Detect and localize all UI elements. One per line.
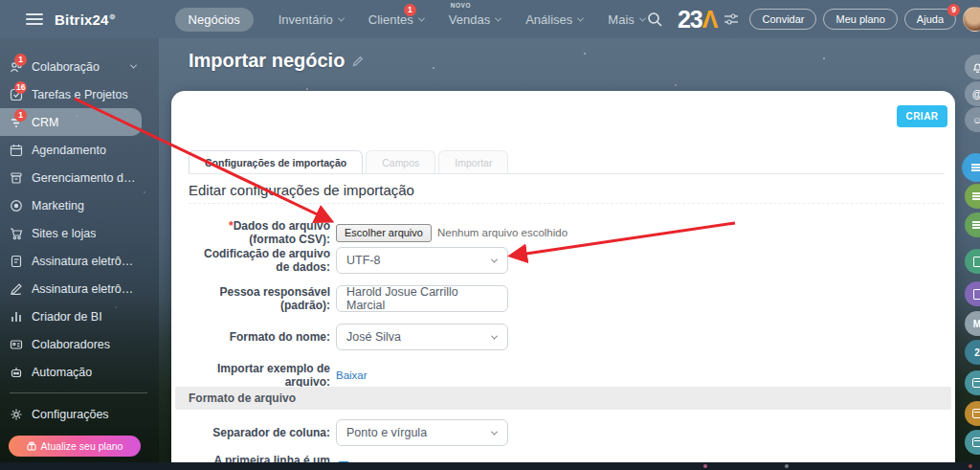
- chevron-down-icon: [130, 62, 137, 69]
- sidebar-item-assinatura-p[interactable]: Assinatura eletrônica p...: [0, 247, 159, 275]
- marketing-target-icon: [10, 199, 23, 213]
- document-sign-icon: [10, 255, 23, 268]
- sidebar-item-agendamento[interactable]: Agendamento: [0, 136, 159, 164]
- separator-label: Separador de coluna:: [189, 426, 330, 439]
- nameformat-select[interactable]: José Silva: [336, 324, 508, 350]
- form-row-responsible: Pessoa responsável (padrão): Harold Josu…: [189, 285, 508, 312]
- nav-analises[interactable]: Análises: [525, 12, 583, 27]
- sidebar: Colaboração 1 Tarefas e Projetos 16 CRM …: [0, 38, 159, 470]
- clientes-badge: 1: [404, 4, 416, 16]
- contact-circle-3[interactable]: [965, 249, 980, 274]
- tab-campos[interactable]: Campos: [366, 150, 435, 174]
- nav-vendas[interactable]: NOVOVendas: [449, 12, 501, 27]
- chevron-down-icon: [491, 332, 498, 339]
- calendar-glyph: [972, 409, 980, 418]
- file-label: *Dados do arquivo (formato CSV):: [189, 219, 330, 246]
- chevron-down-icon: [491, 428, 498, 435]
- chat-lines-glyph: [971, 164, 980, 171]
- responsible-label: Pessoa responsável (padrão):: [189, 285, 330, 312]
- gift-icon: [27, 441, 36, 451]
- brand-logo[interactable]: Bitrix24⊚: [55, 11, 116, 28]
- sidebar-item-tarefas[interactable]: Tarefas e Projetos 16: [0, 80, 159, 108]
- chat-icon[interactable]: [962, 153, 980, 182]
- file-hint: Nenhum arquivo escolhido: [437, 227, 568, 238]
- sidebar-item-configuracoes[interactable]: Configurações: [0, 400, 159, 428]
- chevron-down-icon: [639, 14, 646, 21]
- nav-negocios[interactable]: Negócios: [175, 8, 254, 32]
- sidebar-item-colaboracao[interactable]: Colaboração 1: [0, 53, 159, 80]
- sidebar-item-marketing[interactable]: Marketing: [0, 191, 159, 219]
- tabs-underline: [189, 173, 945, 174]
- colaboracao-badge: 1: [14, 54, 27, 66]
- contact-circle-cal1[interactable]: [965, 370, 980, 395]
- sidebar-item-sites-lojas[interactable]: Sites e lojas: [0, 219, 159, 247]
- sidebar-item-gerenciamento[interactable]: Gerenciamento do inve...: [0, 164, 159, 191]
- taskbar-dot: [703, 464, 707, 468]
- sidebar-divider: [10, 392, 147, 393]
- nameformat-label: Formato do nome:: [189, 330, 330, 344]
- crm-badge: 1: [14, 109, 27, 122]
- pen-icon: [10, 282, 23, 296]
- search-icon[interactable]: [647, 11, 662, 27]
- main-nav: Negócios Inventário Clientes1 NOVOVendas…: [175, 8, 645, 32]
- tab-importar[interactable]: Importar: [438, 150, 508, 174]
- doc-glyph: [973, 289, 980, 300]
- ajuda-button[interactable]: Ajuda9: [904, 9, 956, 30]
- nav-mais[interactable]: Mais: [608, 12, 644, 27]
- bi-chart-icon: [10, 310, 23, 324]
- chevron-down-icon: [577, 14, 584, 21]
- clock-logo: 23Λ: [678, 6, 718, 34]
- meu-plano-button[interactable]: Meu plano: [823, 9, 897, 30]
- form-row-nameformat: Formato do nome: José Silva: [189, 324, 508, 350]
- contact-circle-1[interactable]: [965, 184, 980, 209]
- convidar-button[interactable]: Convidar: [749, 9, 816, 30]
- calendar-icon: [10, 144, 23, 157]
- sidebar-item-criador-bi[interactable]: Criador de BI: [0, 302, 159, 330]
- helpdesk-icon[interactable]: @: [965, 81, 980, 106]
- contact-circle-2n[interactable]: 2: [965, 340, 980, 365]
- tarefas-badge: 16: [14, 81, 27, 94]
- nav-inventario[interactable]: Inventário: [278, 12, 344, 27]
- contact-circle-m[interactable]: M: [965, 311, 980, 336]
- page-title: Importar negócio: [189, 50, 364, 72]
- section-formato-arquivo: Formato de arquivo: [175, 387, 951, 410]
- heading-divider: [189, 203, 945, 204]
- baixar-link[interactable]: Baixar: [336, 369, 368, 381]
- card-heading: Editar configurações de importação: [189, 182, 414, 198]
- contact-circle-4[interactable]: [965, 281, 980, 306]
- encoding-select[interactable]: UTF-8: [336, 247, 508, 274]
- sidebar-item-automacao[interactable]: Automação: [0, 358, 159, 386]
- choose-file-button[interactable]: Escolher arquivo: [336, 224, 432, 242]
- topbar-right: 23Λ Convidar Meu plano Ajuda9: [647, 0, 980, 38]
- chevron-down-icon: [338, 14, 345, 21]
- id-card-icon: [10, 338, 23, 351]
- nav-clientes[interactable]: Clientes1: [368, 12, 424, 27]
- contact-circle-2[interactable]: [965, 213, 980, 237]
- sample-label: Importar exemplo de arquivo:: [189, 362, 330, 389]
- hamburger-menu-icon[interactable]: [26, 13, 43, 25]
- responsible-input[interactable]: Harold Josue Carrillo Marcial: [336, 285, 508, 312]
- taskbar-dot: [969, 464, 972, 468]
- inventory-box-icon: [10, 171, 23, 185]
- sidebar-item-colaboradores[interactable]: Colaboradores: [0, 330, 159, 358]
- chevron-down-icon: [418, 14, 425, 21]
- edit-pencil-icon[interactable]: [352, 56, 364, 67]
- tabs: Configurações de importação Campos Impor…: [189, 150, 511, 174]
- feedback-smiley-icon[interactable]: ☺: [965, 107, 980, 132]
- sidebar-item-assinatura[interactable]: Assinatura eletrônica: [0, 275, 159, 302]
- tab-configuracoes-importacao[interactable]: Configurações de importação: [189, 150, 363, 174]
- user-avatar[interactable]: [963, 7, 980, 32]
- upgrade-plan-button[interactable]: Atualize seu plano: [9, 436, 141, 457]
- separator-select[interactable]: Ponto e vírgula: [336, 419, 508, 446]
- doc-glyph: [973, 257, 980, 267]
- calendar-glyph: [972, 378, 980, 388]
- criar-button[interactable]: CRIAR: [897, 105, 947, 127]
- cart-icon: [10, 227, 23, 240]
- sliders-icon[interactable]: [724, 13, 738, 25]
- form-row-sample: Importar exemplo de arquivo: Baixar: [189, 362, 368, 389]
- contact-circle-cal3[interactable]: [965, 430, 980, 455]
- notifications-bell-icon[interactable]: [965, 55, 980, 79]
- contact-circle-cal2[interactable]: [965, 401, 980, 426]
- sidebar-item-crm[interactable]: CRM 1: [0, 108, 142, 136]
- chevron-down-icon: [495, 14, 501, 21]
